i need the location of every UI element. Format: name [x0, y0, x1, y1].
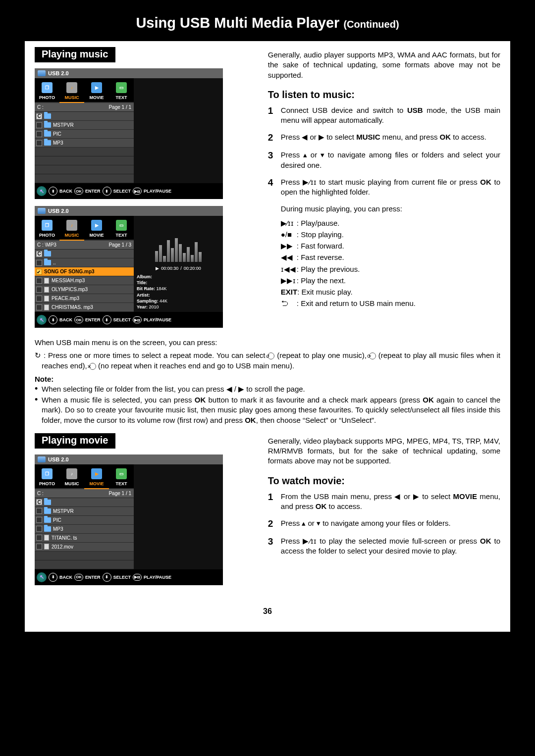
osd-music-files: USB 2.0 ❐PHOTO ♪MUSIC ▶MOVIE ▭TEXT C : \…: [35, 206, 223, 328]
file-row[interactable]: OLYMPICS.mp3: [35, 285, 134, 294]
tab-text[interactable]: ▭TEXT: [109, 82, 134, 103]
play-pause-icon[interactable]: ▶ɪɪ: [133, 574, 142, 581]
file-row[interactable]: 2012.mov: [35, 543, 134, 552]
during-line: During music playing, you can press:: [281, 204, 500, 214]
file-row[interactable]: MESSIAH.mp3: [35, 276, 134, 285]
back-icon[interactable]: ↖: [37, 315, 47, 325]
drive-row[interactable]: C: [35, 498, 134, 507]
back-icon[interactable]: ↖: [37, 572, 47, 582]
tab-movie[interactable]: ▶MOVIE: [84, 82, 109, 103]
down-icon[interactable]: ⬍: [103, 187, 111, 196]
tab-movie[interactable]: ▶MOVIE: [84, 220, 109, 241]
tab-photo[interactable]: ❐PHOTO: [35, 82, 59, 103]
music-intro: Generally, audio player supports MP3, WM…: [268, 50, 500, 80]
folder-row[interactable]: PIC: [35, 130, 134, 139]
ok-icon[interactable]: OK: [74, 188, 83, 195]
section-heading-movie: Playing movie: [35, 433, 115, 449]
tab-music[interactable]: ♪MUSIC: [59, 468, 84, 489]
play-pause-icon[interactable]: ▶ɪɪ: [133, 188, 142, 195]
usb-icon: [38, 456, 46, 462]
folder-row[interactable]: MSTPVR: [35, 121, 134, 130]
usb-menu-press-line: When USB main menu is on the screen, you…: [35, 338, 500, 348]
repeat-line: ↻ : Press one or more times to select a …: [42, 351, 500, 371]
ok-icon[interactable]: OK: [74, 316, 83, 323]
movie-intro: Generally, video playback supports MPG, …: [268, 436, 500, 466]
folder-row[interactable]: PIC: [35, 516, 134, 525]
usb-icon: [38, 70, 46, 76]
note-list: •When selecting file or folder from the …: [35, 384, 500, 425]
folder-up[interactable]: ..: [35, 258, 134, 267]
equalizer-icon: [155, 237, 202, 262]
up-icon[interactable]: ⬍: [49, 573, 57, 582]
drive-row[interactable]: C: [35, 112, 134, 121]
file-row[interactable]: TITANIC. ts: [35, 534, 134, 543]
folder-row[interactable]: MP3: [35, 525, 134, 534]
heading-listen: To listen to music:: [268, 89, 500, 101]
tab-photo[interactable]: ❐PHOTO: [35, 220, 59, 241]
tab-photo[interactable]: ❐PHOTO: [35, 468, 59, 489]
up-icon[interactable]: ⬍: [49, 315, 57, 324]
tab-movie[interactable]: ▶MOVIE: [84, 468, 109, 489]
back-icon[interactable]: ↖: [37, 186, 47, 196]
osd-movie: USB 2.0 ❐PHOTO ♪MUSIC ▶MOVIE ▭TEXT C :Pa…: [35, 454, 223, 585]
usb-icon: [38, 208, 46, 214]
tab-text[interactable]: ▭TEXT: [109, 220, 134, 241]
section-heading-music: Playing music: [35, 47, 115, 62]
content-frame: Playing music USB 2.0 ❐PHOTO ♪MUSIC ▶MOV…: [25, 41, 510, 632]
osd-music-folders: USB 2.0 ❐PHOTO ♪MUSIC ▶MOVIE ▭TEXT C :Pa…: [35, 68, 223, 199]
folder-row[interactable]: MP3: [35, 139, 134, 148]
page-title: Using USB Multi Media Player (Continued): [25, 15, 510, 31]
note-heading: Note:: [35, 375, 500, 383]
folder-row[interactable]: MSTPVR: [35, 507, 134, 516]
page-number: 36: [35, 607, 500, 616]
heading-watch: To watch movie:: [268, 475, 500, 487]
tab-music[interactable]: ♪MUSIC: [59, 220, 84, 241]
file-row[interactable]: PEACE.mp3: [35, 294, 134, 303]
down-icon[interactable]: ⬍: [103, 315, 111, 324]
ok-icon[interactable]: OK: [74, 574, 83, 581]
play-pause-icon[interactable]: ▶ɪɪ: [133, 316, 142, 323]
file-row[interactable]: CHRISTMAS. mp3: [35, 303, 134, 312]
controls-list: ▶⁄ɪɪ: Play/pause. ●/■: Stop playing. ▶▶:…: [281, 217, 500, 309]
up-icon[interactable]: ⬍: [49, 187, 57, 196]
drive-row[interactable]: C: [35, 250, 134, 258]
movie-steps: 1From the USB main menu, press ◀ or ▶ to…: [268, 492, 500, 556]
down-icon[interactable]: ⬍: [103, 573, 111, 582]
music-steps: 1Connect USB device and switch to USB mo…: [268, 105, 500, 198]
file-row-highlight[interactable]: ✔SONG OF SONG.mp3: [35, 267, 134, 276]
tab-music[interactable]: ♪MUSIC: [59, 82, 84, 103]
tab-text[interactable]: ▭TEXT: [109, 468, 134, 489]
